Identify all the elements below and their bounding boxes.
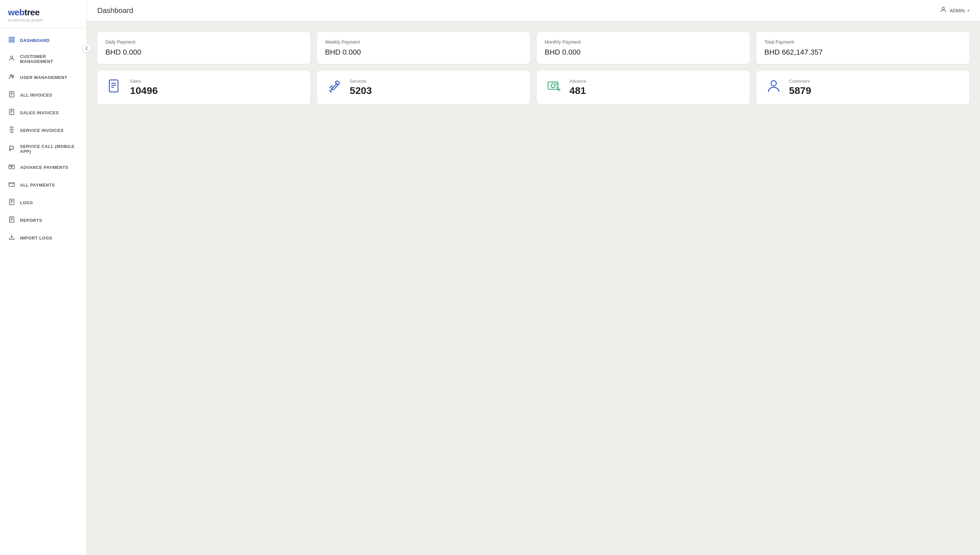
sidebar-label-import-logs: IMPORT LOGS bbox=[20, 236, 78, 241]
sidebar-item-all-invoices[interactable]: ALL INVOICES bbox=[0, 86, 86, 104]
svg-rect-33 bbox=[109, 80, 118, 92]
service-call-icon bbox=[8, 145, 15, 153]
sidebar-label-dashboard: DASHBOARD bbox=[20, 38, 78, 43]
dashboard-icon bbox=[8, 36, 15, 45]
weekly-payment-label: Weekly Payment bbox=[325, 39, 522, 45]
service-invoices-icon bbox=[8, 126, 15, 135]
sidebar-item-logs[interactable]: LOGS bbox=[0, 194, 86, 212]
sidebar-label-service-call: SERVICE CALL (MOBILE APP) bbox=[20, 144, 78, 154]
sidebar: webtree accelerating growth DASHBOARD CU… bbox=[0, 0, 87, 555]
sales-count-label: Sales bbox=[130, 79, 302, 83]
sidebar-item-sales-invoices[interactable]: SALES INVOICES bbox=[0, 104, 86, 122]
svg-rect-1 bbox=[12, 37, 14, 39]
sidebar-item-dashboard[interactable]: DASHBOARD bbox=[0, 32, 86, 49]
user-management-icon bbox=[8, 73, 15, 82]
sidebar-label-all-invoices: ALL INVOICES bbox=[20, 93, 78, 98]
admin-user-icon bbox=[940, 6, 947, 15]
monthly-payment-card: Monthly Payment BHD 0.000 bbox=[537, 32, 750, 64]
admin-label: ADMIN bbox=[949, 8, 965, 13]
svg-rect-0 bbox=[9, 37, 11, 39]
svg-point-15 bbox=[11, 129, 13, 131]
advance-count-label: Advance bbox=[569, 79, 742, 83]
sidebar-item-import-logs[interactable]: IMPORT LOGS bbox=[0, 229, 86, 247]
svg-rect-20 bbox=[9, 165, 14, 169]
sidebar-label-advance-payments: ADVANCE PAYMENTS bbox=[20, 165, 78, 170]
daily-payment-value: BHD 0.000 bbox=[105, 48, 302, 57]
sidebar-label-sales-invoices: SALES INVOICES bbox=[20, 110, 78, 115]
sidebar-item-user-management[interactable]: USER MANAGEMENT bbox=[0, 69, 86, 86]
sidebar-item-advance-payments[interactable]: ADVANCE PAYMENTS bbox=[0, 159, 86, 176]
advance-count-icon bbox=[545, 78, 563, 97]
payment-cards-row: Daily Payment BHD 0.000 Weekly Payment B… bbox=[97, 32, 969, 64]
customers-count-icon bbox=[764, 78, 783, 97]
sidebar-item-service-invoices[interactable]: SERVICE INVOICES bbox=[0, 122, 86, 139]
count-cards-row: Sales 10496 Services 5203 bbox=[97, 71, 969, 104]
svg-point-5 bbox=[10, 75, 12, 76]
sales-invoices-icon bbox=[8, 109, 15, 117]
daily-payment-label: Daily Payment bbox=[105, 39, 302, 45]
advance-count-info: Advance 481 bbox=[569, 79, 742, 96]
weekly-payment-value: BHD 0.000 bbox=[325, 48, 522, 57]
sidebar-item-reports[interactable]: REPORTS bbox=[0, 212, 86, 229]
sidebar-label-customer-management: CUSTOMER MANAGEMENT bbox=[20, 54, 78, 64]
sidebar-item-service-call[interactable]: SERVICE CALL (MOBILE APP) bbox=[0, 139, 86, 159]
sidebar-item-customer-management[interactable]: CUSTOMER MANAGEMENT bbox=[0, 49, 86, 69]
svg-point-32 bbox=[942, 7, 944, 10]
sidebar-item-all-payments[interactable]: ALL PAYMENTS bbox=[0, 176, 86, 194]
sidebar-nav: DASHBOARD CUSTOMER MANAGEMENT USER MANAG… bbox=[0, 28, 86, 250]
sidebar-collapse-button[interactable]: ❮ bbox=[82, 43, 92, 53]
customers-count-info: Customers 5879 bbox=[789, 79, 961, 96]
main-content: Dashboard ADMIN ▾ Daily Payment BHD 0.00… bbox=[87, 0, 980, 555]
advance-count-card: Advance 481 bbox=[537, 71, 750, 104]
svg-point-21 bbox=[11, 166, 12, 167]
monthly-payment-value: BHD 0.000 bbox=[545, 48, 742, 57]
sidebar-label-user-management: USER MANAGEMENT bbox=[20, 75, 78, 80]
advance-payments-icon bbox=[8, 163, 15, 172]
monthly-payment-label: Monthly Payment bbox=[545, 39, 742, 45]
reports-icon bbox=[8, 216, 15, 225]
admin-menu-button[interactable]: ADMIN ▾ bbox=[940, 6, 969, 15]
services-count-value: 5203 bbox=[350, 85, 522, 96]
svg-rect-22 bbox=[9, 183, 14, 186]
logo-area: webtree accelerating growth bbox=[0, 0, 86, 28]
services-count-icon bbox=[325, 78, 344, 97]
page-title: Dashboard bbox=[97, 6, 133, 15]
sales-count-card: Sales 10496 bbox=[97, 71, 310, 104]
dashboard-content: Daily Payment BHD 0.000 Weekly Payment B… bbox=[87, 21, 980, 555]
svg-point-6 bbox=[12, 75, 14, 77]
customers-count-label: Customers bbox=[789, 79, 961, 83]
logo-web: web bbox=[8, 7, 24, 17]
sidebar-label-all-payments: ALL PAYMENTS bbox=[20, 183, 78, 188]
daily-payment-card: Daily Payment BHD 0.000 bbox=[97, 32, 310, 64]
sales-count-icon bbox=[105, 78, 124, 97]
logo: webtree bbox=[8, 7, 78, 18]
logo-tree: tree bbox=[24, 7, 40, 17]
total-payment-value: BHD 662,147.357 bbox=[764, 48, 961, 57]
logo-tagline: accelerating growth bbox=[8, 18, 78, 22]
admin-dropdown-icon: ▾ bbox=[967, 8, 969, 13]
total-payment-card: Total Payment BHD 662,147.357 bbox=[756, 32, 969, 64]
svg-point-4 bbox=[11, 56, 13, 58]
topbar: Dashboard ADMIN ▾ bbox=[87, 0, 980, 21]
svg-rect-2 bbox=[9, 40, 11, 42]
sales-count-info: Sales 10496 bbox=[130, 79, 302, 96]
customer-management-icon bbox=[8, 55, 15, 63]
sidebar-label-reports: REPORTS bbox=[20, 218, 78, 223]
svg-rect-3 bbox=[12, 40, 14, 42]
svg-point-41 bbox=[771, 80, 776, 86]
sidebar-label-logs: LOGS bbox=[20, 200, 78, 205]
services-count-card: Services 5203 bbox=[317, 71, 530, 104]
services-count-label: Services bbox=[350, 79, 522, 83]
all-payments-icon bbox=[8, 181, 15, 189]
sales-count-value: 10496 bbox=[130, 85, 302, 96]
sidebar-label-service-invoices: SERVICE INVOICES bbox=[20, 128, 78, 133]
svg-point-38 bbox=[551, 83, 555, 88]
services-count-info: Services 5203 bbox=[350, 79, 522, 96]
logs-icon bbox=[8, 199, 15, 207]
weekly-payment-card: Weekly Payment BHD 0.000 bbox=[317, 32, 530, 64]
import-logs-icon bbox=[8, 234, 15, 242]
total-payment-label: Total Payment bbox=[764, 39, 961, 45]
all-invoices-icon bbox=[8, 91, 15, 99]
customers-count-card: Customers 5879 bbox=[756, 71, 969, 104]
customers-count-value: 5879 bbox=[789, 85, 961, 96]
